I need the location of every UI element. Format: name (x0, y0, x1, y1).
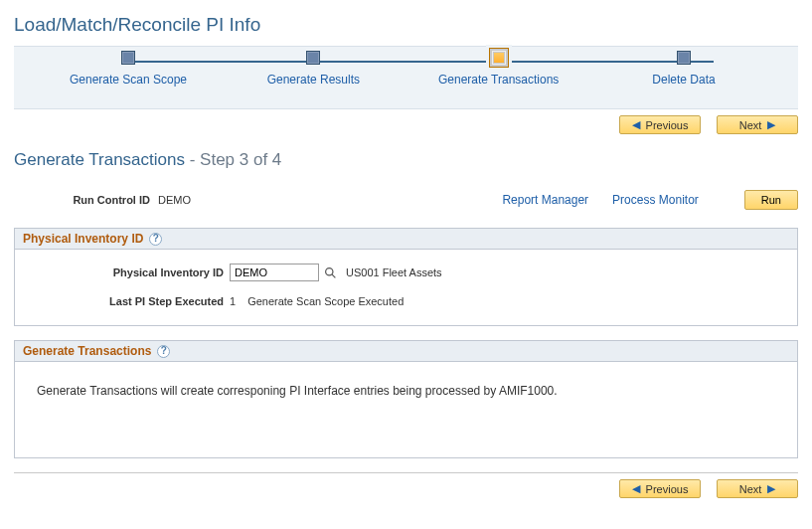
group-generate-transactions: Generate Transactions ? Generate Transac… (14, 340, 798, 458)
wizard-label: Delete Data (652, 73, 715, 87)
help-icon[interactable]: ? (149, 233, 162, 246)
step-title-sub: - Step 3 of 4 (185, 150, 281, 169)
wizard-label: Generate Transactions (438, 73, 559, 87)
wizard-step-results[interactable]: Generate Results (229, 51, 398, 87)
previous-button[interactable]: ◀ Previous (619, 115, 701, 134)
nav-top: ◀ Previous Next ▶ (14, 115, 798, 134)
previous-label: Previous (646, 483, 689, 495)
separator (14, 472, 798, 473)
wizard-step-delete[interactable]: Delete Data (599, 51, 768, 87)
group-physical-inventory: Physical Inventory ID ? Physical Invento… (14, 228, 798, 326)
lookup-icon[interactable] (323, 265, 338, 280)
wizard-step-transactions[interactable]: Generate Transactions (414, 51, 583, 87)
pi-id-description: US001 Fleet Assets (346, 266, 442, 278)
last-step-label: Last PI Step Executed (31, 295, 230, 307)
next-button[interactable]: Next ▶ (717, 115, 798, 134)
chevron-right-icon: ▶ (767, 118, 775, 131)
previous-button[interactable]: ◀ Previous (619, 479, 701, 498)
chevron-left-icon: ◀ (632, 118, 640, 131)
last-step-number: 1 (230, 295, 236, 307)
next-button[interactable]: Next ▶ (717, 479, 798, 498)
wizard-label: Generate Scan Scope (70, 73, 187, 87)
wizard-box-icon (677, 51, 691, 65)
pi-id-input[interactable] (230, 264, 319, 281)
previous-label: Previous (646, 119, 689, 131)
svg-line-1 (332, 274, 335, 277)
help-icon[interactable]: ? (157, 345, 170, 358)
group-title: Physical Inventory ID (23, 232, 143, 246)
step-title-main: Generate Transactions (14, 150, 185, 169)
chevron-right-icon: ▶ (767, 482, 775, 495)
nav-bottom: ◀ Previous Next ▶ (14, 479, 798, 498)
run-control-row: Run Control ID DEMO Report Manager Proce… (14, 190, 798, 210)
next-label: Next (739, 483, 762, 495)
svg-point-0 (326, 267, 333, 274)
chevron-left-icon: ◀ (632, 482, 640, 495)
next-label: Next (739, 119, 762, 131)
run-button[interactable]: Run (744, 190, 798, 210)
wizard-bar: Generate Scan Scope Generate Results Gen… (14, 46, 798, 109)
page-title: Load/Match/Reconcile PI Info (14, 14, 798, 36)
wizard-step-scan-scope[interactable]: Generate Scan Scope (44, 51, 213, 87)
process-monitor-link[interactable]: Process Monitor (612, 193, 699, 207)
report-manager-link[interactable]: Report Manager (502, 193, 588, 207)
run-control-value: DEMO (158, 194, 191, 206)
group-header: Generate Transactions ? (15, 341, 797, 362)
last-step-text: Generate Scan Scope Executed (247, 295, 404, 307)
wizard-box-icon (306, 51, 320, 65)
group-title: Generate Transactions (23, 344, 151, 358)
wizard-label: Generate Results (267, 73, 360, 87)
generate-transactions-text: Generate Transactions will create corres… (15, 362, 797, 457)
step-title: Generate Transactions - Step 3 of 4 (14, 150, 798, 170)
wizard-box-icon (489, 48, 509, 68)
wizard-box-icon (121, 51, 135, 65)
run-control-label: Run Control ID (14, 194, 158, 206)
group-header: Physical Inventory ID ? (15, 229, 797, 250)
pi-id-label: Physical Inventory ID (31, 266, 230, 278)
